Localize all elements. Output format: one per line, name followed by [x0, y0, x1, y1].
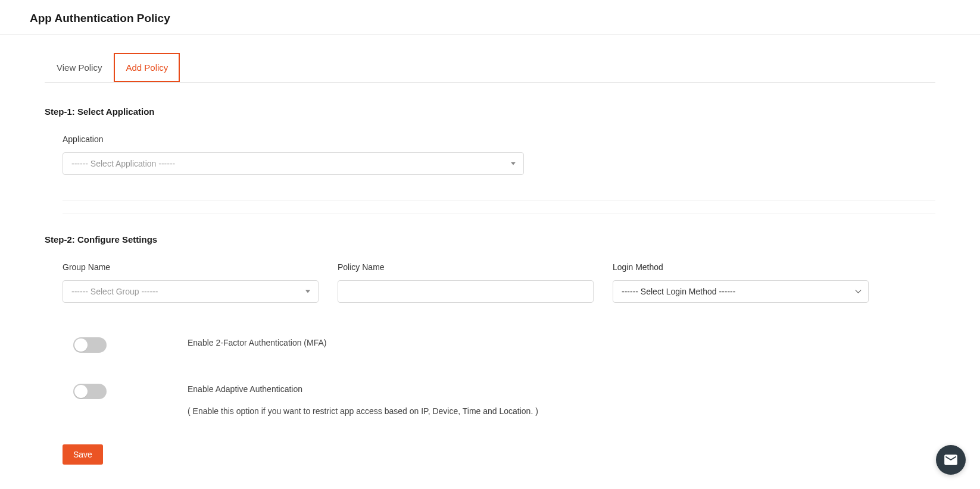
tab-view-policy[interactable]: View Policy: [45, 53, 114, 82]
page-header: App Authentication Policy: [0, 0, 980, 35]
page-title: App Authentication Policy: [30, 12, 950, 25]
group-name-select[interactable]: ------ Select Group ------: [63, 280, 319, 303]
step2-heading: Step-2: Configure Settings: [45, 234, 935, 244]
toggle-knob: [74, 385, 88, 398]
policy-name-col: Policy Name: [338, 262, 594, 303]
application-select-wrap: ------ Select Application ------: [63, 152, 524, 175]
mfa-label: Enable 2-Factor Authentication (MFA): [188, 337, 326, 349]
adaptive-help-text: ( Enable this option if you want to rest…: [188, 406, 538, 416]
tab-add-policy[interactable]: Add Policy: [114, 53, 180, 82]
application-select[interactable]: ------ Select Application ------: [63, 152, 524, 175]
save-button[interactable]: Save: [63, 444, 103, 465]
step2-row: Group Name ------ Select Group ------ Po…: [45, 262, 935, 303]
mail-icon: [943, 452, 959, 468]
application-label: Application: [63, 134, 935, 144]
toggle-knob: [74, 338, 88, 352]
step1-section: Application ------ Select Application --…: [45, 134, 935, 187]
group-select-wrap: ------ Select Group ------: [63, 280, 319, 303]
group-name-col: Group Name ------ Select Group ------: [63, 262, 319, 303]
group-name-label: Group Name: [63, 262, 319, 272]
toggles-section: Enable 2-Factor Authentication (MFA) Ena…: [45, 337, 935, 416]
mfa-row: Enable 2-Factor Authentication (MFA): [63, 337, 935, 355]
login-method-select[interactable]: ------ Select Login Method ------: [613, 280, 869, 303]
adaptive-toggle[interactable]: [73, 384, 107, 399]
mfa-toggle[interactable]: [73, 337, 107, 353]
policy-name-input[interactable]: [338, 280, 594, 303]
adaptive-label: Enable Adaptive Authentication: [188, 384, 538, 396]
login-method-col: Login Method ------ Select Login Method …: [613, 262, 869, 303]
divider-2: [63, 214, 935, 214]
step2-section: Step-2: Configure Settings Group Name --…: [45, 234, 935, 465]
step1-heading: Step-1: Select Application: [45, 106, 935, 117]
login-method-select-wrap: ------ Select Login Method ------: [613, 280, 869, 303]
divider-1: [63, 200, 935, 200]
adaptive-row: Enable Adaptive Authentication ( Enable …: [63, 384, 935, 416]
mfa-toggle-cell: [63, 337, 188, 355]
content-area: View Policy Add Policy Step-1: Select Ap…: [0, 35, 980, 482]
adaptive-toggle-cell: [63, 384, 188, 402]
chat-fab-button[interactable]: [936, 445, 966, 475]
login-method-label: Login Method: [613, 262, 869, 272]
adaptive-text-block: Enable Adaptive Authentication ( Enable …: [188, 384, 538, 416]
tabs-bar: View Policy Add Policy: [45, 53, 935, 83]
policy-name-label: Policy Name: [338, 262, 594, 272]
